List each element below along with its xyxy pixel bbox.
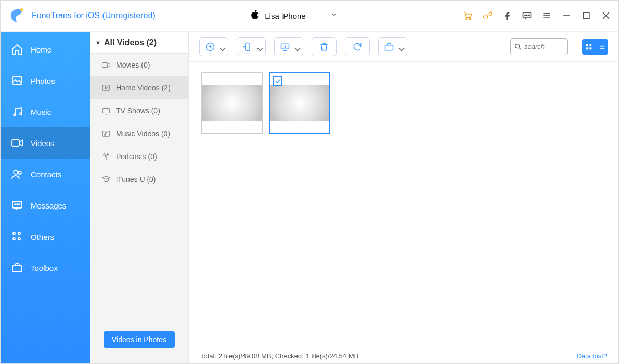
export-to-device-button[interactable] [237,37,266,56]
secondary-header-label: All Videos (2) [104,38,157,47]
chevron-down-icon [396,44,402,49]
svg-rect-18 [12,140,19,146]
svg-point-37 [106,155,107,157]
sidebar-item-contacts[interactable]: Contacts [1,159,90,190]
svg-point-26 [13,238,15,240]
svg-rect-46 [385,45,393,50]
device-picker[interactable]: Lisa iPhone [216,6,341,25]
main-panel: Total: 2 file(s)/49.08 MB; Checked: 1 fi… [189,32,618,363]
sidebar-item-label: Others [31,232,54,241]
svg-rect-35 [102,131,110,137]
category-home-videos[interactable]: Home Videos (2) [90,76,188,99]
svg-rect-51 [586,47,588,49]
device-name: Lisa iPhone [265,11,305,20]
sidebar-item-label: Videos [31,139,55,148]
chevron-down-icon [330,11,338,20]
svg-point-3 [483,15,487,19]
category-label: TV Shows (0) [116,107,160,115]
svg-point-28 [18,238,20,240]
sidebar-item-home[interactable]: Home [1,34,90,65]
folder-button[interactable] [378,37,407,56]
category-itunes-u[interactable]: iTunes U (0) [90,168,188,191]
data-lost-link[interactable]: Data lost? [576,352,607,360]
svg-rect-29 [12,266,22,272]
svg-point-27 [18,232,20,235]
sidebar-item-toolbox[interactable]: Toolbox [1,252,90,283]
secondary-panel: ▼ All Videos (2) Movies (0) Home Videos … [90,32,189,363]
feedback-icon[interactable] [522,10,532,21]
sidebar-item-music[interactable]: Music [1,96,90,127]
sidebar-item-videos[interactable]: Videos [1,127,90,159]
view-toggle [582,39,608,55]
category-podcasts[interactable]: Podcasts (0) [90,145,188,168]
svg-rect-30 [102,63,108,68]
svg-marker-32 [106,87,108,89]
chevron-down-icon [217,44,223,49]
category-tv-shows[interactable]: TV Shows (0) [90,99,188,122]
maximize-icon[interactable] [581,10,591,21]
triangle-down-icon: ▼ [95,40,101,46]
status-text: Total: 2 file(s)/49.08 MB; Checked: 1 fi… [200,352,358,360]
svg-rect-33 [102,109,110,113]
video-preview [270,85,329,121]
category-label: Movies (0) [116,61,150,69]
app-logo-icon [8,6,27,25]
toolbar [189,32,618,62]
chevron-down-icon [255,44,260,49]
minimize-icon[interactable] [561,10,572,21]
app-window: FoneTrans for iOS (Unregistered) Lisa iP… [0,0,619,364]
svg-line-48 [519,48,521,49]
body: Home Photos Music Videos Contacts Messag… [1,32,618,363]
close-icon[interactable] [601,10,611,21]
sidebar-item-label: Photos [31,76,55,85]
list-view-button[interactable] [595,39,608,55]
menu-icon[interactable] [541,10,552,21]
grid-view-button[interactable] [582,39,595,55]
svg-point-25 [13,232,15,235]
videos-in-photos-button[interactable]: Videos in Photos [104,331,175,348]
titlebar: FoneTrans for iOS (Unregistered) Lisa iP… [1,1,618,32]
svg-point-24 [19,204,20,205]
apple-icon [251,9,260,22]
svg-point-7 [528,15,529,16]
key-icon[interactable] [482,10,493,21]
video-thumb[interactable] [269,72,330,134]
sidebar-item-messages[interactable]: Messages [1,190,90,221]
svg-point-19 [14,170,18,174]
app-title: FoneTrans for iOS (Unregistered) [32,11,156,20]
svg-point-20 [18,171,21,174]
svg-point-16 [14,114,16,116]
svg-rect-49 [586,44,588,46]
search-input[interactable] [524,43,561,50]
delete-button[interactable] [312,37,337,56]
sidebar-item-others[interactable]: Others [1,221,90,252]
sidebar-item-label: Toolbox [31,264,58,272]
svg-point-0 [20,8,23,11]
category-movies[interactable]: Movies (0) [90,54,188,76]
checkbox-checked-icon[interactable] [273,76,282,86]
search-icon [514,43,522,51]
search-box[interactable] [510,38,568,55]
add-button[interactable] [199,37,228,56]
sidebar: Home Photos Music Videos Contacts Messag… [1,32,90,363]
category-label: Music Videos (0) [116,129,170,138]
chevron-down-icon [292,44,298,49]
svg-rect-52 [589,47,591,49]
svg-point-36 [105,134,106,135]
svg-rect-50 [589,44,591,46]
category-music-videos[interactable]: Music Videos (0) [90,122,188,145]
svg-point-17 [20,113,22,115]
refresh-button[interactable] [345,37,370,56]
status-bar: Total: 2 file(s)/49.08 MB; Checked: 1 fi… [189,348,618,363]
sidebar-item-photos[interactable]: Photos [1,65,90,96]
video-thumb[interactable] [201,72,263,134]
svg-point-1 [466,18,467,19]
svg-point-22 [15,204,16,205]
svg-point-2 [470,18,471,19]
category-label: Home Videos (2) [116,84,171,92]
video-grid [189,62,618,348]
cart-icon[interactable] [462,10,473,21]
facebook-icon[interactable] [502,10,512,21]
all-videos-header[interactable]: ▼ All Videos (2) [90,32,188,54]
export-to-pc-button[interactable] [274,37,303,56]
